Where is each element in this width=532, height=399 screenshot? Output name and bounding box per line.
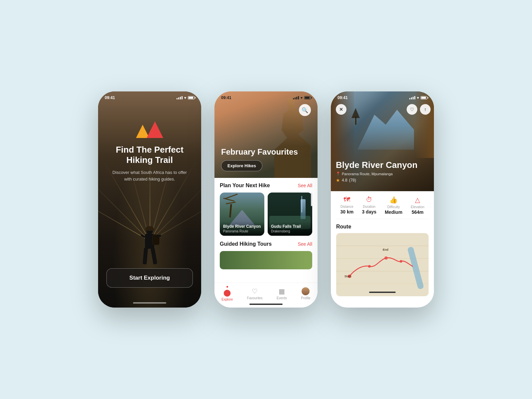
svg-point-2 — [368, 265, 371, 268]
elevation-icon: △ — [415, 196, 420, 204]
location-text: Panorama Route, Mpumalanga — [342, 172, 393, 176]
svg-point-3 — [400, 260, 402, 263]
plan-hike-title: Plan Your Next Hike — [220, 183, 270, 189]
nav-favourites[interactable]: ♡ Favourites — [247, 287, 263, 300]
cliff-tree — [351, 108, 361, 125]
card-name-blyde: Blyde River Canyon — [223, 224, 261, 229]
favourites-label: Favourites — [247, 296, 263, 300]
hero-section: February Favourites Explore Hikes 🔍 — [214, 91, 318, 178]
time-3: 09:41 — [337, 95, 348, 100]
status-bar-2: 09:41 ▾ — [214, 91, 318, 102]
canyon-rating: ★ 4.8 (78) — [336, 178, 418, 183]
nav-events[interactable]: ▦ Events — [277, 287, 287, 300]
logo-mountain-orange — [136, 125, 149, 138]
canyon-hero: ✕ ♡ ↑ Blyde River Canyon 📍 Panorama Rout… — [331, 91, 434, 191]
hero-content: February Favourites Explore Hikes — [221, 147, 298, 171]
svg-point-1 — [384, 256, 388, 260]
distance-icon: 🗺 — [343, 196, 350, 203]
explore-hikes-button[interactable]: Explore Hikes — [221, 160, 262, 171]
card-location-gudu: Drakensberg — [271, 229, 309, 233]
stat-elevation: △ Elevation 564m — [411, 196, 424, 215]
difficulty-value: Medium — [385, 209, 402, 215]
explore-label: Explore — [221, 298, 233, 301]
nav-profile[interactable]: Profile — [301, 287, 310, 300]
card-location-blyde: Panorama Route — [223, 229, 261, 233]
guided-tours-header: Guided Hiking Tours See All — [220, 241, 312, 247]
favourites-icon: ♡ — [252, 287, 258, 295]
hike-card-blyde[interactable]: Blyde River Canyon Panorama Route — [220, 193, 264, 236]
time-2: 09:41 — [221, 95, 231, 100]
app-logo — [136, 121, 163, 138]
home-indicator-2 — [249, 304, 283, 305]
canyon-location: 📍 Panorama Route, Mpumalanga — [336, 172, 418, 176]
close-button[interactable]: ✕ — [336, 104, 346, 115]
plan-hike-see-all[interactable]: See All — [298, 183, 312, 188]
card-name-gudu: Gudu Falls Trail — [271, 224, 309, 229]
hike-cards-row: Blyde River Canyon Panorama Route Gudu F — [220, 193, 312, 236]
card-label-blyde: Blyde River Canyon Panorama Route — [220, 221, 264, 236]
status-icons-3: ▾ — [409, 96, 427, 100]
share-button[interactable]: ↑ — [420, 104, 431, 115]
location-pin-icon: 📍 — [336, 172, 340, 176]
duration-label: Duration — [363, 205, 375, 208]
time: 09:41 — [105, 95, 115, 100]
status-bar-3: 09:41 ▾ — [331, 91, 434, 102]
guided-tours-preview — [220, 251, 312, 269]
stat-difficulty: 👍 Difficulty Medium — [385, 196, 402, 215]
elevation-label: Elevation — [411, 205, 424, 209]
map-indicator — [369, 292, 396, 293]
hero-title: February Favourites — [221, 147, 298, 157]
signal-icon-3 — [409, 96, 415, 99]
end-label: End — [383, 248, 388, 251]
logo-mountain-red — [147, 121, 163, 138]
duration-value: 3 days — [362, 209, 376, 214]
status-icons: ▾ — [177, 96, 195, 100]
phones-container: 09:41 ▾ — [98, 91, 434, 308]
rating-value: 4.8 — [342, 178, 347, 183]
route-map[interactable]: Start End — [336, 233, 429, 296]
canyon-title: Blyde River Canyon — [336, 160, 418, 170]
signal-icon — [177, 96, 183, 99]
duration-icon: ⏱ — [366, 196, 372, 203]
profile-avatar — [302, 287, 310, 295]
favorite-button[interactable]: ♡ — [407, 104, 417, 115]
plan-hike-header: Plan Your Next Hike See All — [220, 183, 312, 189]
status-icons-2: ▾ — [293, 96, 311, 100]
difficulty-icon: 👍 — [389, 196, 398, 204]
status-bar: 09:41 ▾ — [98, 91, 201, 102]
start-label: Start — [344, 275, 351, 278]
star-icon: ★ — [336, 178, 340, 183]
nav-explore[interactable]: ⬤ Explore — [221, 286, 233, 301]
wifi-icon: ▾ — [184, 96, 186, 100]
wifi-icon-2: ▾ — [301, 96, 303, 100]
phone-home: 09:41 ▾ — [214, 91, 318, 308]
stat-duration: ⏱ Duration 3 days — [362, 196, 376, 215]
splash-title: Find The Perfect Hiking Trail — [98, 145, 201, 165]
scroll-indicator — [311, 193, 312, 206]
phone-splash: 09:41 ▾ — [98, 91, 201, 308]
hike-card-gudu[interactable]: Gudu Falls Trail Drakensberg — [268, 193, 312, 236]
home-indicator — [133, 302, 166, 304]
home-body: Plan Your Next Hike See All — [214, 178, 318, 274]
battery-icon-2 — [304, 96, 311, 99]
wifi-icon-3: ▾ — [417, 96, 419, 100]
distance-value: 30 km — [340, 209, 354, 214]
explore-dot — [226, 286, 228, 288]
card-label-gudu: Gudu Falls Trail Drakensberg — [268, 221, 312, 236]
elevation-value: 564m — [412, 209, 424, 215]
events-icon: ▦ — [279, 287, 285, 295]
events-label: Events — [277, 296, 287, 300]
battery-icon — [188, 96, 195, 99]
review-count: (78) — [349, 178, 356, 183]
route-path-svg — [336, 233, 429, 296]
guided-tours-see-all[interactable]: See All — [298, 241, 312, 247]
route-title: Route — [336, 224, 429, 230]
difficulty-label: Difficulty — [387, 205, 400, 209]
profile-label: Profile — [301, 296, 310, 300]
start-exploring-button[interactable]: Start Exploring — [106, 268, 193, 288]
search-button[interactable]: 🔍 — [299, 104, 311, 116]
stats-row: 🗺 Distance 30 km ⏱ Duration 3 days 👍 Dif… — [336, 196, 429, 219]
phone-detail: 09:41 ▾ — [331, 91, 434, 308]
splash-subtitle: Discover what South Africa has to offer … — [98, 169, 201, 182]
guided-tours-title: Guided Hiking Tours — [220, 241, 272, 247]
